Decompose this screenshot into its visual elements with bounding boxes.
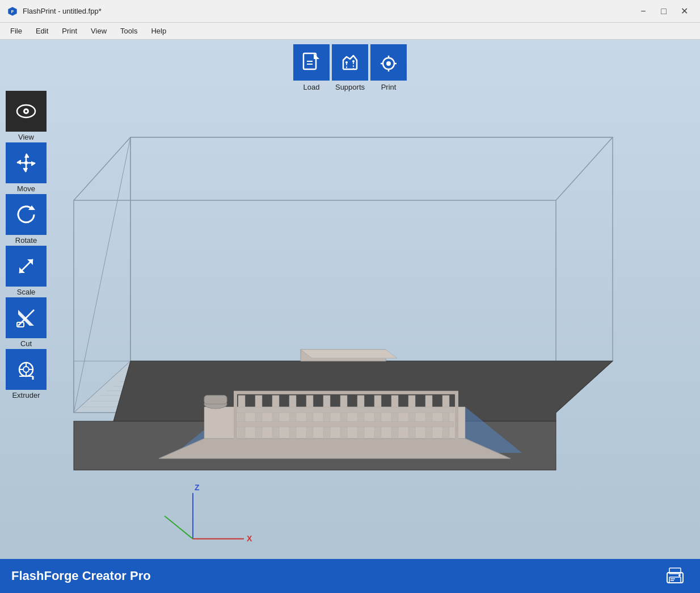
svg-point-81 — [25, 110, 27, 112]
svg-rect-45 — [255, 396, 262, 439]
svg-point-71 — [352, 60, 355, 62]
svg-rect-54 — [408, 396, 415, 439]
rotate-icon — [6, 194, 47, 235]
printer-name: FlashForge Creator Pro — [11, 569, 151, 583]
menu-help[interactable]: Help — [145, 24, 172, 37]
title-bar: F FlashPrint - untitled.fpp* − □ ✕ — [0, 0, 700, 23]
menu-edit[interactable]: Edit — [30, 24, 54, 37]
menu-file[interactable]: File — [5, 24, 28, 37]
supports-icon — [332, 44, 368, 81]
svg-rect-52 — [374, 396, 381, 439]
supports-button[interactable]: Supports — [332, 44, 368, 91]
svg-rect-2 — [0, 40, 700, 559]
main-area: Z X Load — [0, 40, 700, 559]
svg-rect-55 — [425, 396, 432, 439]
svg-rect-41 — [204, 396, 227, 404]
svg-text:Z: Z — [195, 483, 200, 492]
svg-rect-48 — [306, 396, 313, 439]
sidebar-tool-rotate[interactable]: Rotate — [6, 194, 47, 245]
sidebar-tool-cut[interactable]: Cut — [6, 297, 47, 348]
svg-rect-103 — [669, 577, 681, 583]
cut-label: Cut — [20, 339, 32, 348]
sidebar-tool-scale[interactable]: Scale — [6, 246, 47, 296]
print-label: Print — [381, 83, 397, 91]
svg-marker-43 — [301, 350, 397, 358]
minimize-button[interactable]: − — [634, 3, 652, 19]
svg-point-95 — [23, 367, 29, 372]
extruder-icon — [6, 349, 47, 390]
menu-tools[interactable]: Tools — [115, 24, 143, 37]
move-icon — [6, 142, 47, 183]
scene-svg: Z X — [0, 40, 700, 559]
svg-rect-50 — [340, 396, 347, 439]
viewport: Z X — [0, 40, 700, 559]
maximize-button[interactable]: □ — [655, 3, 673, 19]
extruder-label: Extruder — [12, 391, 40, 399]
print-icon — [370, 44, 407, 81]
svg-point-69 — [345, 61, 348, 64]
menu-view[interactable]: View — [85, 24, 112, 37]
toolbar: Load Supports — [293, 44, 407, 91]
printer-icon — [661, 562, 689, 590]
svg-rect-56 — [442, 396, 449, 439]
left-sidebar: View Move — [6, 91, 47, 399]
view-icon — [6, 91, 47, 132]
svg-rect-58 — [235, 421, 454, 427]
svg-point-74 — [386, 61, 391, 66]
view-label: View — [18, 133, 34, 141]
print-button[interactable]: Print — [370, 44, 407, 91]
scale-label: Scale — [17, 288, 36, 296]
sidebar-tool-view[interactable]: View — [6, 91, 47, 141]
window-title: FlashPrint - untitled.fpp* — [23, 7, 102, 15]
svg-text:F: F — [11, 9, 14, 14]
menu-bar: File Edit Print View Tools Help — [0, 23, 700, 40]
svg-rect-44 — [238, 396, 245, 439]
svg-rect-57 — [235, 407, 454, 413]
load-icon — [293, 44, 330, 81]
window-controls: − □ ✕ — [634, 3, 693, 19]
close-button[interactable]: ✕ — [675, 3, 693, 19]
svg-rect-53 — [391, 396, 398, 439]
app-icon: F — [7, 6, 18, 17]
cut-icon — [6, 297, 47, 338]
scale-icon — [6, 246, 47, 287]
svg-rect-47 — [289, 396, 296, 439]
svg-rect-46 — [272, 396, 279, 439]
rotate-label: Rotate — [15, 236, 37, 245]
move-label: Move — [17, 184, 35, 193]
svg-point-105 — [678, 574, 681, 577]
menu-print[interactable]: Print — [56, 24, 83, 37]
title-bar-left: F FlashPrint - untitled.fpp* — [7, 6, 102, 17]
supports-label: Supports — [335, 83, 365, 91]
svg-text:X: X — [247, 534, 252, 543]
load-label: Load — [303, 83, 320, 91]
svg-rect-49 — [323, 396, 330, 439]
sidebar-tool-extruder[interactable]: Extruder — [6, 349, 47, 399]
status-bar: FlashForge Creator Pro — [0, 559, 700, 593]
svg-point-86 — [24, 161, 28, 165]
svg-rect-51 — [357, 396, 364, 439]
sidebar-tool-move[interactable]: Move — [6, 142, 47, 193]
load-button[interactable]: Load — [293, 44, 330, 91]
